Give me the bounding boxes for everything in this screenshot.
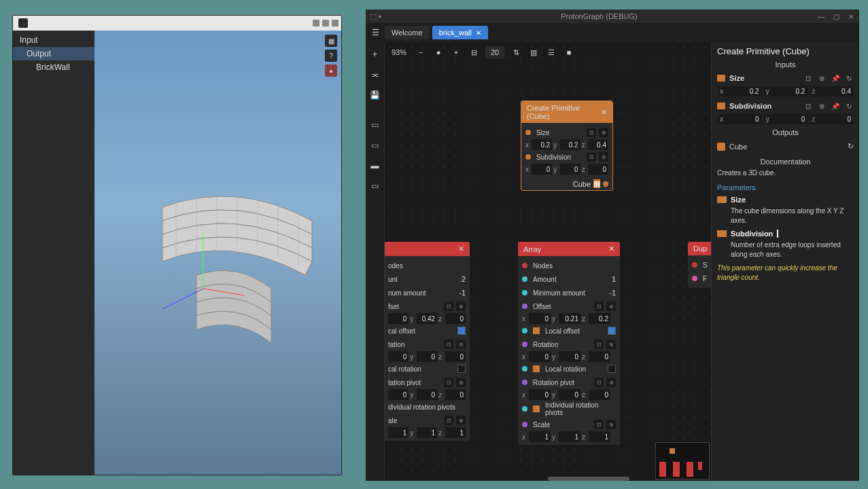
sub-x[interactable]: 0 xyxy=(723,115,759,123)
output-port[interactable] xyxy=(603,181,608,187)
port-in2[interactable] xyxy=(692,276,697,281)
node-close-icon[interactable]: ✕ xyxy=(458,244,464,253)
port-amount[interactable] xyxy=(522,276,527,282)
local-offset-check[interactable] xyxy=(608,327,616,335)
local-rot-check[interactable] xyxy=(457,365,466,373)
lock-icon[interactable]: ⊡ xyxy=(594,420,604,429)
zoom-in-icon[interactable]: + xyxy=(450,46,462,58)
panel4-icon[interactable]: ▭ xyxy=(370,181,381,192)
stop-icon[interactable]: ■ xyxy=(563,46,575,58)
amount-value[interactable]: 2 xyxy=(462,275,466,283)
save-icon[interactable]: 💾 xyxy=(370,90,381,101)
zoom-out-icon[interactable]: − xyxy=(415,46,427,58)
view-mode-icon[interactable]: ▦ xyxy=(325,35,337,47)
link-icon[interactable]: ⊕ xyxy=(456,378,466,387)
link-icon[interactable]: ⊕ xyxy=(456,340,466,349)
size-x[interactable]: 0.2 xyxy=(532,139,552,150)
help-icon[interactable]: ? xyxy=(325,50,337,62)
horizontal-scrollbar[interactable] xyxy=(548,477,629,481)
maximize-icon[interactable] xyxy=(322,20,329,26)
tab-brickwall[interactable]: brick_wall ✕ xyxy=(432,26,488,39)
reset-icon[interactable]: ↻ xyxy=(848,142,854,151)
link-icon[interactable]: ⊕ xyxy=(817,73,827,83)
node-header[interactable]: Array✕ xyxy=(518,242,620,256)
link-icon[interactable]: ⊕ xyxy=(599,128,608,137)
lock-icon[interactable]: ⊡ xyxy=(594,340,604,349)
tree-item-input[interactable]: Input xyxy=(13,33,94,47)
add-icon[interactable]: + xyxy=(370,49,381,60)
amount-value[interactable]: 1 xyxy=(612,275,616,283)
lock-icon[interactable]: ⊡ xyxy=(803,101,813,111)
minimap[interactable] xyxy=(655,442,710,479)
snap-icon[interactable]: ⊟ xyxy=(468,46,480,58)
close-icon[interactable] xyxy=(332,20,338,26)
tab-welcome[interactable]: Welcome xyxy=(385,26,430,39)
panel1-icon[interactable]: ▭ xyxy=(370,120,381,130)
close-button[interactable]: ✕ xyxy=(847,12,855,20)
node-close-icon[interactable]: ✕ xyxy=(601,108,607,117)
size-z[interactable]: 0.4 xyxy=(815,88,851,95)
sub-z[interactable]: 0 xyxy=(588,164,608,175)
port-offset[interactable] xyxy=(522,304,527,309)
link-icon[interactable]: ⊕ xyxy=(606,378,616,387)
port-min[interactable] xyxy=(522,290,527,295)
port-local-rot[interactable] xyxy=(522,366,527,372)
port-ind-pivots[interactable] xyxy=(522,406,527,412)
size-y[interactable]: 0.2 xyxy=(769,88,805,95)
port-size[interactable] xyxy=(525,130,531,135)
node-header[interactable]: ✕ xyxy=(385,242,470,256)
size-y[interactable]: 0.2 xyxy=(560,139,580,150)
node-close-icon[interactable]: ✕ xyxy=(608,244,614,253)
sub-z[interactable]: 0 xyxy=(815,115,851,123)
step-spinner-icon[interactable]: ⇅ xyxy=(510,46,522,58)
graph-icon[interactable]: ⫘ xyxy=(370,69,381,80)
port-nodes[interactable] xyxy=(522,263,527,268)
pin-icon[interactable]: 📌 xyxy=(831,73,840,83)
zoom-reset-icon[interactable]: ● xyxy=(432,46,445,58)
panel2-icon[interactable]: ▭ xyxy=(370,140,381,151)
sub-y[interactable]: 0 xyxy=(560,164,580,175)
link-icon[interactable]: ⊕ xyxy=(456,302,466,311)
viewport-titlebar[interactable] xyxy=(13,16,341,31)
3d-viewport[interactable]: ▦ ? ● xyxy=(94,31,341,475)
maximize-button[interactable]: ▢ xyxy=(832,12,840,20)
node-array-2[interactable]: Array✕ Nodes Amount1 Minimum amount-1 Of… xyxy=(518,242,620,445)
node-header[interactable]: Create Primitive (Cube) ✕ xyxy=(521,101,612,123)
panel3-icon[interactable]: ▬ xyxy=(370,160,381,171)
node-array-1[interactable]: ✕ odes unt2 num amount-1 fset⊡⊕ 0y0.42z0… xyxy=(385,242,470,441)
size-z[interactable]: 0.4 xyxy=(588,139,608,150)
min-value[interactable]: -1 xyxy=(459,289,466,297)
lock-icon[interactable]: ⊡ xyxy=(594,302,604,311)
link-icon[interactable]: ⊕ xyxy=(456,416,466,425)
grid-step-input[interactable] xyxy=(485,46,504,58)
port-rotation[interactable] xyxy=(522,342,527,347)
record-icon[interactable]: ● xyxy=(325,65,337,77)
node-duplicate[interactable]: Dup S F xyxy=(688,242,711,288)
port-local-offset[interactable] xyxy=(522,328,527,333)
lock-icon[interactable]: ⊡ xyxy=(444,302,453,311)
pin-icon[interactable]: 📌 xyxy=(831,101,840,111)
link-icon[interactable]: ⊕ xyxy=(606,340,616,349)
sub-y[interactable]: 0 xyxy=(769,115,805,123)
link-icon[interactable]: ⊕ xyxy=(606,302,616,311)
graph-canvas[interactable]: 93% − ● + ⊟ ⇅ ▥ ☰ ■ Create xyxy=(385,42,711,481)
port-scale[interactable] xyxy=(522,422,527,427)
local-offset-check[interactable] xyxy=(457,327,466,335)
pivot-icon[interactable]: ⊡ xyxy=(594,378,604,387)
link-icon[interactable]: ⊕ xyxy=(606,420,616,429)
reset-icon[interactable]: ↻ xyxy=(844,73,854,83)
lock-icon[interactable]: ⊡ xyxy=(587,152,596,162)
port-in[interactable] xyxy=(692,262,697,268)
sub-x[interactable]: 0 xyxy=(532,164,552,175)
node-header[interactable]: Dup xyxy=(688,242,711,255)
main-titlebar[interactable]: ⬚ • ProtonGraph (DEBUG) — ▢ ✕ xyxy=(366,10,859,23)
tab-close-icon[interactable]: ✕ xyxy=(476,29,481,37)
port-rot-pivot[interactable] xyxy=(522,380,527,385)
lock-icon[interactable]: ⊡ xyxy=(803,73,813,83)
link-icon[interactable]: ⊕ xyxy=(817,101,827,111)
local-rot-check[interactable] xyxy=(608,365,616,373)
lock-icon[interactable]: ⊡ xyxy=(444,416,453,425)
hamburger-icon[interactable]: ☰ xyxy=(368,26,382,39)
size-x[interactable]: 0.2 xyxy=(723,88,759,95)
node-create-primitive-cube[interactable]: Create Primitive (Cube) ✕ Size ⊡ ⊕ x0.2 … xyxy=(521,101,613,191)
